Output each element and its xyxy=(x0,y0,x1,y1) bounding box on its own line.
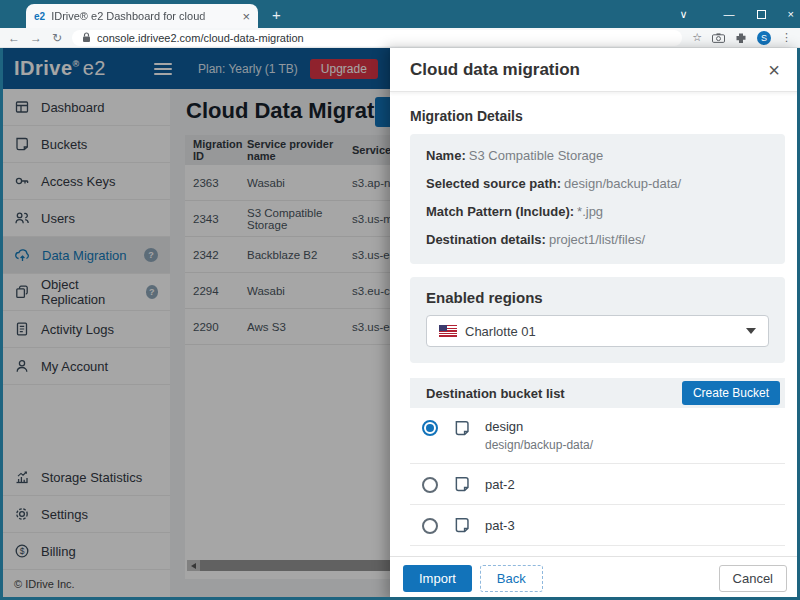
detail-source-path: Selected source path:design/backup-data/ xyxy=(426,176,769,191)
browser-addressbar: ← → ↻ console.idrivee2.com/cloud-data-mi… xyxy=(0,28,800,48)
window-maximize-button[interactable] xyxy=(757,10,766,19)
migration-details-heading: Migration Details xyxy=(410,108,785,124)
bucket-path: design/backup-data/ xyxy=(485,438,593,452)
enabled-regions-section: Enabled regions Charlotte 01 xyxy=(410,277,785,363)
radio-unselected[interactable] xyxy=(422,477,438,493)
import-button[interactable]: Import xyxy=(403,565,472,592)
new-tab-button[interactable]: + xyxy=(272,6,281,23)
lock-icon xyxy=(82,32,91,43)
screenshot-camera-icon[interactable] xyxy=(712,33,725,43)
region-select[interactable]: Charlotte 01 xyxy=(426,315,769,347)
migration-details-box: Name:S3 Compatible Storage Selected sour… xyxy=(410,134,785,264)
bucket-name: design xyxy=(485,419,593,434)
bucket-icon xyxy=(453,475,471,493)
close-icon[interactable]: × xyxy=(768,60,780,80)
browser-titlebar: e2 IDrive® e2 Dashboard for cloud × + ∨ … xyxy=(0,0,800,28)
detail-match-pattern: Match Pattern (Include):*.jpg xyxy=(426,204,769,219)
drawer-header: Cloud data migration × xyxy=(390,48,800,92)
bucket-name: pat-3 xyxy=(485,518,515,533)
extensions-puzzle-icon[interactable] xyxy=(735,32,747,44)
bookmark-star-icon[interactable]: ☆ xyxy=(692,31,702,44)
bucket-name: pat-2 xyxy=(485,477,515,492)
create-bucket-button[interactable]: Create Bucket xyxy=(682,381,780,405)
forward-icon[interactable]: → xyxy=(30,32,42,44)
enabled-regions-heading: Enabled regions xyxy=(426,289,769,306)
window-minimize-button[interactable]: — xyxy=(724,9,735,20)
bucket-icon xyxy=(453,516,471,534)
bucket-row-pat-3[interactable]: pat-3 xyxy=(410,505,785,546)
modal-overlay xyxy=(0,48,390,600)
window-frame-left xyxy=(0,48,3,600)
drawer-title: Cloud data migration xyxy=(410,60,580,80)
tab-title: IDrive® e2 Dashboard for cloud xyxy=(51,10,236,22)
tab-favicon-icon: e2 xyxy=(34,11,45,22)
url-field[interactable]: console.idrivee2.com/cloud-data-migratio… xyxy=(72,30,682,46)
radio-selected[interactable] xyxy=(422,420,438,436)
reload-icon[interactable]: ↻ xyxy=(52,32,62,44)
browser-menu-icon[interactable]: ⋮ xyxy=(781,31,792,44)
chevron-down-icon xyxy=(746,328,756,334)
bucket-row-pat-2[interactable]: pat-2 xyxy=(410,464,785,505)
destination-bucket-list-header: Destination bucket list Create Bucket xyxy=(410,378,785,408)
us-flag-icon xyxy=(439,325,457,337)
profile-avatar[interactable]: S xyxy=(757,31,771,45)
destination-bucket-list-heading: Destination bucket list xyxy=(426,386,565,401)
radio-unselected[interactable] xyxy=(422,518,438,534)
bucket-icon xyxy=(453,419,471,437)
cancel-button[interactable]: Cancel xyxy=(719,565,787,592)
cloud-data-migration-drawer: Cloud data migration × Migration Details… xyxy=(390,48,800,600)
bucket-row-design[interactable]: design design/backup-data/ xyxy=(410,408,785,464)
tab-close-icon[interactable]: × xyxy=(242,10,250,23)
back-icon[interactable]: ← xyxy=(8,32,20,44)
window-close-button[interactable]: × xyxy=(788,9,794,20)
window-chevron-icon[interactable]: ∨ xyxy=(680,9,688,20)
back-button[interactable]: Back xyxy=(480,565,543,592)
detail-name: Name:S3 Compatible Storage xyxy=(426,148,769,163)
browser-tab[interactable]: e2 IDrive® e2 Dashboard for cloud × xyxy=(26,4,258,28)
region-selected-value: Charlotte 01 xyxy=(465,324,536,339)
browser-window: e2 IDrive® e2 Dashboard for cloud × + ∨ … xyxy=(0,0,800,600)
url-text: console.idrivee2.com/cloud-data-migratio… xyxy=(97,32,304,44)
detail-destination: Destination details:project1/list/files/ xyxy=(426,232,769,247)
drawer-footer: Import Back Cancel xyxy=(390,556,800,600)
